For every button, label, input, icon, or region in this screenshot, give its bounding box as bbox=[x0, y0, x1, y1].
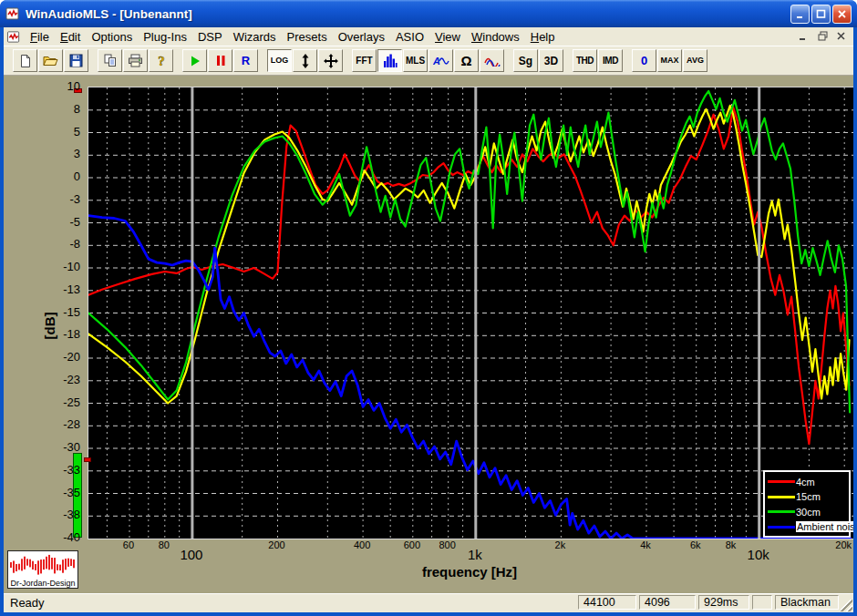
toolbar-group-1: ? bbox=[98, 49, 174, 72]
open-folder-icon bbox=[43, 54, 58, 67]
x-tick-label-major: 10k bbox=[748, 547, 769, 562]
plot-area[interactable] bbox=[88, 87, 853, 539]
menu-item-dsp[interactable]: DSP bbox=[192, 29, 228, 45]
help-button[interactable]: ? bbox=[149, 49, 173, 72]
y-tick-label: -30 bbox=[33, 440, 80, 455]
x-tick-label: 4k bbox=[640, 539, 651, 550]
status-panel-1: 4096 bbox=[639, 595, 696, 610]
x-tick-label: 6k bbox=[690, 539, 701, 550]
level-meter-peak-marker bbox=[84, 457, 91, 462]
y-tick-label: -40 bbox=[33, 530, 80, 545]
y-tick-label: -38 bbox=[33, 508, 80, 522]
x-tick-label: 600 bbox=[404, 539, 420, 550]
x-tick-label: 80 bbox=[159, 539, 170, 550]
menu-item-plug-ins[interactable]: Plug-Ins bbox=[138, 29, 192, 45]
record-reset-button[interactable]: R bbox=[233, 49, 258, 72]
application-window: WinAudioMLS - [Unbenannt] FileEditOption… bbox=[0, 0, 857, 616]
chart-canvas bbox=[88, 87, 853, 539]
menu-item-help[interactable]: Help bbox=[525, 29, 561, 45]
logo-text: Dr-Jordan-Design bbox=[8, 579, 77, 588]
menu-item-edit[interactable]: Edit bbox=[55, 29, 86, 45]
menu-item-view[interactable]: View bbox=[429, 29, 466, 45]
y-tick-label: -25 bbox=[33, 395, 80, 410]
fft-button[interactable]: FFT bbox=[352, 49, 377, 72]
spectrum-button[interactable] bbox=[377, 49, 402, 72]
legend-label: Ambient noise bbox=[796, 521, 853, 532]
new-file-button[interactable] bbox=[13, 49, 37, 72]
dr-jordan-design-logo: Dr-Jordan-Design bbox=[7, 550, 78, 589]
y-tick-label: -10 bbox=[33, 260, 80, 274]
save-button[interactable] bbox=[64, 49, 88, 72]
y-tick-label: 0 bbox=[33, 169, 80, 184]
close-button[interactable] bbox=[832, 5, 852, 24]
legend-item-30cm[interactable]: 30cm bbox=[768, 506, 846, 518]
menu-item-file[interactable]: File bbox=[25, 29, 55, 45]
menu-item-overlays[interactable]: Overlays bbox=[333, 29, 390, 45]
menu-item-wizards[interactable]: Wizards bbox=[228, 29, 282, 45]
imd-button[interactable]: IMD bbox=[598, 49, 623, 72]
x-tick-label: 2k bbox=[555, 539, 566, 550]
sine-wave-icon: A bbox=[433, 55, 449, 67]
sg-button-label: Sg bbox=[519, 56, 532, 67]
status-panel-4: Blackman bbox=[775, 595, 839, 610]
print-button[interactable] bbox=[123, 49, 148, 72]
resize-grip[interactable] bbox=[841, 600, 852, 611]
legend-item-4cm[interactable]: 4cm bbox=[768, 476, 846, 488]
imd-button-label: IMD bbox=[603, 56, 618, 66]
x-axis-title: frequency [Hz] bbox=[351, 564, 588, 580]
log-scale-button-label: LOG bbox=[271, 56, 289, 65]
minimize-button[interactable] bbox=[790, 5, 810, 24]
max-button[interactable]: MAX bbox=[657, 49, 682, 72]
zero-button[interactable]: 0 bbox=[632, 49, 656, 72]
printer-icon bbox=[128, 54, 143, 67]
zero-button-label: 0 bbox=[641, 55, 647, 67]
log-scale-button[interactable]: LOG bbox=[267, 49, 292, 72]
pan-button[interactable] bbox=[318, 49, 343, 72]
chart-client-area: [dB] 4cm15cm30cmAmbient noise frequency … bbox=[4, 76, 853, 594]
x-tick-label: 8k bbox=[726, 539, 737, 550]
legend-color-swatch bbox=[768, 480, 795, 483]
x-tick-label: 200 bbox=[268, 539, 284, 550]
thd-button[interactable]: THD bbox=[573, 49, 597, 72]
open-file-button[interactable] bbox=[38, 49, 63, 72]
legend-item-ambient-noise[interactable]: Ambient noise bbox=[768, 521, 846, 533]
pause-button[interactable] bbox=[208, 49, 232, 72]
avg-button[interactable]: AVG bbox=[683, 49, 707, 72]
mdi-restore-icon[interactable] bbox=[814, 29, 831, 43]
toolbar: ?RLOGFFTMLSAΩSg3DTHDIMD0MAXAVG bbox=[4, 46, 853, 76]
vertical-scale-button[interactable] bbox=[293, 49, 317, 72]
toolbar-group-3: LOG bbox=[267, 49, 344, 72]
overlay-waves-icon bbox=[484, 55, 501, 67]
y-tick-label: -8 bbox=[33, 237, 80, 252]
menu-item-options[interactable]: Options bbox=[86, 29, 138, 45]
y-tick-label: -5 bbox=[33, 215, 80, 230]
impedance-button[interactable]: Ω bbox=[454, 49, 479, 72]
menu-item-windows[interactable]: Windows bbox=[466, 29, 525, 45]
sg-button[interactable]: Sg bbox=[513, 49, 538, 72]
menu-item-presets[interactable]: Presets bbox=[282, 29, 333, 45]
legend-item-15cm[interactable]: 15cm bbox=[768, 491, 846, 503]
document-icon[interactable] bbox=[6, 30, 22, 44]
toolbar-group-5: Sg3D bbox=[513, 49, 564, 72]
fft-button-label: FFT bbox=[356, 56, 372, 66]
legend-label: 30cm bbox=[796, 507, 821, 518]
legend-label: 4cm bbox=[796, 477, 815, 488]
y-tick-label: -13 bbox=[33, 282, 80, 297]
toolbar-group-7: 0MAXAVG bbox=[632, 49, 708, 72]
mls-button[interactable]: MLS bbox=[403, 49, 428, 72]
spectrum-bars-icon bbox=[383, 54, 398, 67]
play-button[interactable] bbox=[182, 49, 207, 72]
maximize-button[interactable] bbox=[811, 5, 831, 24]
mdi-close-icon[interactable] bbox=[833, 29, 850, 43]
signal-generator-button[interactable]: A bbox=[428, 49, 453, 72]
mdi-minimize-icon[interactable] bbox=[795, 29, 811, 43]
copy-button[interactable] bbox=[98, 49, 122, 72]
menu-item-asio[interactable]: ASIO bbox=[390, 29, 429, 45]
new-document-icon bbox=[18, 54, 33, 68]
overlay-curves-button[interactable] bbox=[480, 49, 504, 72]
x-tick-label-major: 1k bbox=[468, 547, 482, 562]
thd-button-label: THD bbox=[576, 56, 594, 66]
view-3d-button[interactable]: 3D bbox=[539, 49, 563, 72]
title-bar[interactable]: WinAudioMLS - [Unbenannt] bbox=[0, 0, 857, 27]
menu-bar: FileEditOptionsPlug-InsDSPWizardsPresets… bbox=[4, 27, 853, 46]
